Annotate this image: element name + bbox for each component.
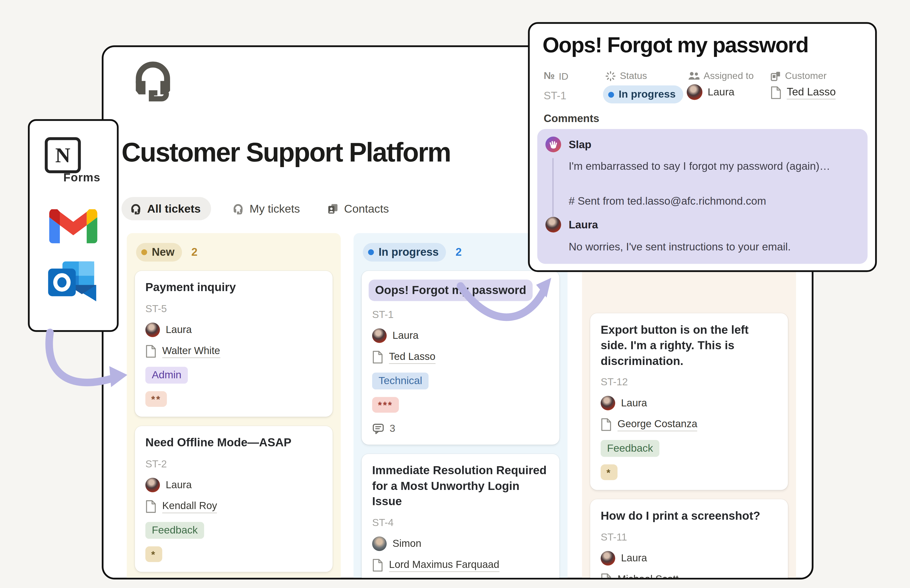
ticket-detail-popup: Oops! Forgot my password № ID Status <box>528 22 877 272</box>
headset-logo-icon <box>129 57 177 104</box>
customer-link[interactable]: Walter White <box>162 345 220 358</box>
column-count: 2 <box>456 246 462 258</box>
assignee-name: Laura <box>166 323 192 336</box>
view-tabs: All tickets My tickets Contacts <box>121 197 395 220</box>
tag-feedback: Feedback <box>601 440 659 457</box>
people-icon <box>688 71 700 81</box>
avatar <box>145 323 160 337</box>
comment-count: 3 <box>390 422 395 435</box>
status-dot <box>141 249 147 255</box>
status-label: In progress <box>378 246 438 258</box>
assignee-name: Laura <box>166 479 192 491</box>
comment-author: Laura <box>569 218 598 231</box>
customer-row: Lord Maximus Farquaad <box>372 559 549 572</box>
ticket-card-st1[interactable]: Oops! Forgot my password ST-1 Laura Ted … <box>362 271 559 444</box>
ticket-card-st5[interactable]: Payment inquiry ST-5 Laura Walter White … <box>135 271 333 417</box>
card-title: Immediate Resolution Required for a Most… <box>372 462 549 509</box>
customer-link[interactable]: Michael Scott <box>617 573 679 580</box>
priority-badge: * <box>601 465 617 480</box>
status-value[interactable]: In progress <box>603 86 683 103</box>
column-header-new: New 2 <box>127 233 341 262</box>
priority-badge: *** <box>372 397 399 413</box>
customer-row: Michael Scott <box>601 573 777 580</box>
ticket-id: ST-5 <box>145 303 322 315</box>
ticket-id: ST-1 <box>372 309 549 321</box>
ticket-card-st11[interactable]: How do I print a screenshot? ST-11 Laura… <box>590 499 788 580</box>
card-title: Need Offline Mode—ASAP <box>145 435 322 450</box>
tab-contacts[interactable]: Contacts <box>321 197 395 220</box>
customer-link[interactable]: George Costanza <box>617 418 697 431</box>
numero-icon: № <box>544 70 554 82</box>
tab-my-tickets[interactable]: My tickets <box>226 197 306 220</box>
ticket-id: ST-4 <box>372 517 549 529</box>
comment-text: No worries, I've sent instructions to yo… <box>569 241 861 254</box>
status-pill-in-progress[interactable]: In progress <box>363 243 446 262</box>
comment-bubble-icon <box>372 422 384 435</box>
stage: Customer Support Platform All tickets <box>0 0 910 588</box>
avatar <box>601 396 615 410</box>
ticket-card-st12[interactable]: Export button is on the left side. I'm a… <box>590 313 788 490</box>
ticket-id: ST-11 <box>601 531 777 543</box>
customer-link[interactable]: Lord Maximus Farquaad <box>389 559 499 572</box>
integrations-card: N Forms <box>28 119 118 332</box>
priority-badge: ** <box>145 391 167 407</box>
page-icon <box>372 559 383 572</box>
card-title: Payment inquiry <box>145 279 322 295</box>
status-pill-new[interactable]: New <box>136 243 182 262</box>
laura-avatar <box>545 217 561 233</box>
customer-link[interactable]: Ted Lasso <box>389 351 435 364</box>
highlighted-title: Oops! Forgot my password <box>369 279 533 301</box>
assignee-row: Laura <box>601 396 777 410</box>
tab-all-tickets[interactable]: All tickets <box>121 197 211 220</box>
column-new: New 2 Payment inquiry ST-5 Laura Walter … <box>127 233 341 579</box>
page-icon <box>145 345 157 358</box>
avatar <box>372 328 387 343</box>
card-title: How do I print a screenshot? <box>601 508 777 524</box>
field-label-text: Customer <box>785 70 827 81</box>
outlook-icon <box>47 260 98 305</box>
assignee-row: Simon <box>372 537 549 551</box>
field-label-id: № ID <box>544 70 568 82</box>
assignee-name: Laura <box>621 397 647 409</box>
customer-row: Ted Lasso <box>372 351 549 364</box>
customer-value: Ted Lasso <box>771 86 836 100</box>
customer-row: George Costanza <box>601 418 777 431</box>
page-icon <box>372 351 383 364</box>
comments-heading: Comments <box>544 112 599 125</box>
tag-feedback: Feedback <box>145 522 204 539</box>
assignee-name: Laura <box>393 330 419 341</box>
status-label: In progress <box>619 89 676 100</box>
avatar <box>372 537 387 551</box>
status-dot <box>608 92 614 97</box>
status-dot <box>368 249 374 255</box>
ticket-id: ST-12 <box>601 376 777 388</box>
comment-text: I'm embarrassed to say I forgot my passw… <box>569 160 861 173</box>
customer-link[interactable]: Ted Lasso <box>787 86 836 100</box>
page-icon <box>145 499 157 513</box>
assignee-row: Laura <box>601 551 777 566</box>
arrow-to-board <box>49 333 110 383</box>
notion-forms-label: Forms <box>63 171 100 184</box>
slap-avatar <box>545 137 561 152</box>
assigned-value[interactable]: Laura <box>687 84 734 100</box>
tag-technical: Technical <box>372 373 428 389</box>
priority-badge: * <box>145 546 162 562</box>
popup-title: Oops! Forgot my password <box>543 33 808 58</box>
field-label-status: Status <box>605 70 647 81</box>
page-title: Customer Support Platform <box>121 137 451 168</box>
customer-link[interactable]: Kendall Roy <box>162 499 217 513</box>
avatar <box>687 84 702 100</box>
ticket-card-st4[interactable]: Immediate Resolution Required for a Most… <box>362 454 559 580</box>
relation-card-icon <box>771 71 781 81</box>
tab-label: Contacts <box>344 202 389 215</box>
contacts-icon <box>327 202 339 215</box>
column-count: 2 <box>191 246 197 258</box>
customer-row: Kendall Roy <box>145 499 322 513</box>
field-label-text: Assigned to <box>703 70 754 81</box>
status-burst-icon <box>605 71 616 81</box>
ticket-card-st2[interactable]: Need Offline Mode—ASAP ST-2 Laura Kendal… <box>135 426 333 572</box>
page-icon <box>771 86 782 99</box>
page-icon <box>601 573 612 580</box>
status-label: New <box>152 246 175 258</box>
field-label-text: Status <box>620 70 647 81</box>
